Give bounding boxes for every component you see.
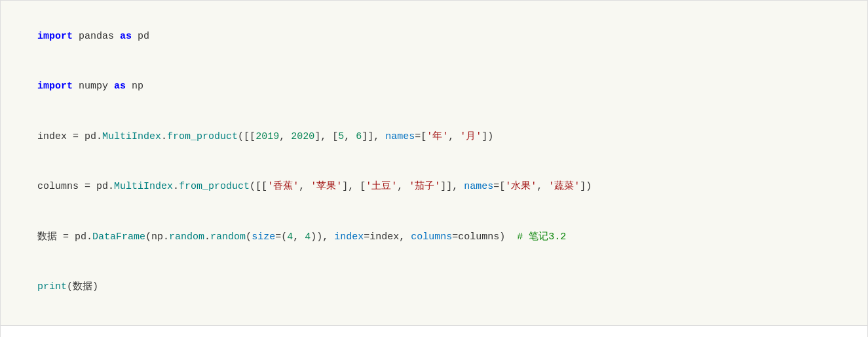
code-line-5: 数据 = pd.DataFrame(np.random.random(size=…: [14, 212, 854, 262]
keyword-as-2: as: [114, 81, 126, 92]
output-block: 水果 香蕉 苹果 蔬菜 土豆 茄子 土豆 茄子 年 月 2019 5 0.657…: [0, 326, 868, 337]
keyword-import-1: import: [37, 31, 73, 42]
code-line-1: import pandas as pd: [14, 11, 854, 62]
keyword-import-2: import: [37, 81, 73, 92]
code-line-2: import numpy as np: [14, 62, 854, 112]
code-block: import pandas as pd import numpy as np i…: [0, 0, 868, 326]
code-line-4: columns = pd.MultiIndex.from_product([['…: [14, 162, 854, 212]
code-line-3: index = pd.MultiIndex.from_product([[201…: [14, 111, 854, 162]
code-line-6: print(数据): [14, 262, 854, 313]
keyword-as-1: as: [120, 31, 132, 42]
